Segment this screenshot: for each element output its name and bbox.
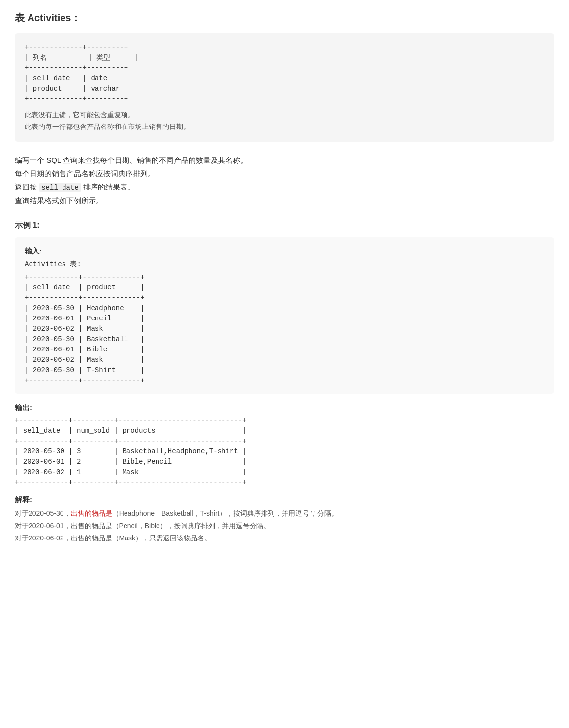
- desc-line1: 编写一个 SQL 查询来查找每个日期、销售的不同产品的数量及其名称。: [15, 154, 554, 167]
- desc-line4: 查询结果格式如下例所示。: [15, 194, 554, 207]
- example1-input-label: 输入:: [25, 245, 544, 257]
- example1-section: 示例 1: 输入: Activities 表: +------------+--…: [15, 219, 554, 545]
- desc-line3-suffix: 排序的结果表。: [81, 183, 135, 191]
- desc-line3-code: sell_date: [39, 183, 81, 192]
- example1-explanation-text: 对于2020-05-30，出售的物品是（Headphone，Basketball…: [15, 507, 554, 545]
- desc-line3-prefix: 返回按: [15, 183, 39, 191]
- example1-explanation: 解释: 对于2020-05-30，出售的物品是（Headphone，Basket…: [15, 494, 554, 545]
- explanation-line1: 对于2020-05-30，出售的物品是（Headphone，Basketball…: [15, 507, 554, 520]
- example1-title: 示例 1:: [15, 219, 554, 232]
- example1-input-table: +------------+--------------+ | sell_dat…: [25, 272, 544, 386]
- schema-table: +-------------+---------+ | 列名 | 类型 | +-…: [25, 42, 544, 104]
- explanation-line3: 对于2020-06-02，出售的物品是（Mask），只需返回该物品名。: [15, 532, 554, 544]
- schema-header: 表 Activities： +-------------+---------+ …: [15, 10, 554, 142]
- desc-line3: 返回按 sell_date 排序的结果表。: [15, 180, 554, 194]
- example1-explanation-label: 解释:: [15, 494, 554, 506]
- example1-output-table: +------------+----------+---------------…: [15, 415, 554, 488]
- page-title: 表 Activities：: [15, 10, 554, 26]
- schema-note-line1: 此表没有主键，它可能包含重复项。: [25, 109, 544, 121]
- schema-box: +-------------+---------+ | 列名 | 类型 | +-…: [15, 33, 554, 142]
- description-section: 编写一个 SQL 查询来查找每个日期、销售的不同产品的数量及其名称。 每个日期的…: [15, 154, 554, 207]
- example1-output-label: 输出:: [15, 402, 554, 413]
- example1-box: 输入: Activities 表: +------------+--------…: [15, 237, 554, 393]
- schema-note-line2: 此表的每一行都包含产品名称和在市场上销售的日期。: [25, 121, 544, 133]
- desc-line2: 每个日期的销售产品名称应按词典序排列。: [15, 167, 554, 180]
- example1-table-label: Activities 表:: [25, 259, 544, 270]
- explanation-line2: 对于2020-06-01，出售的物品是（Pencil，Bible），按词典序排列…: [15, 520, 554, 532]
- schema-note: 此表没有主键，它可能包含重复项。 此表的每一行都包含产品名称和在市场上销售的日期…: [25, 109, 544, 133]
- highlight-sold: 出售的物品是: [71, 509, 112, 517]
